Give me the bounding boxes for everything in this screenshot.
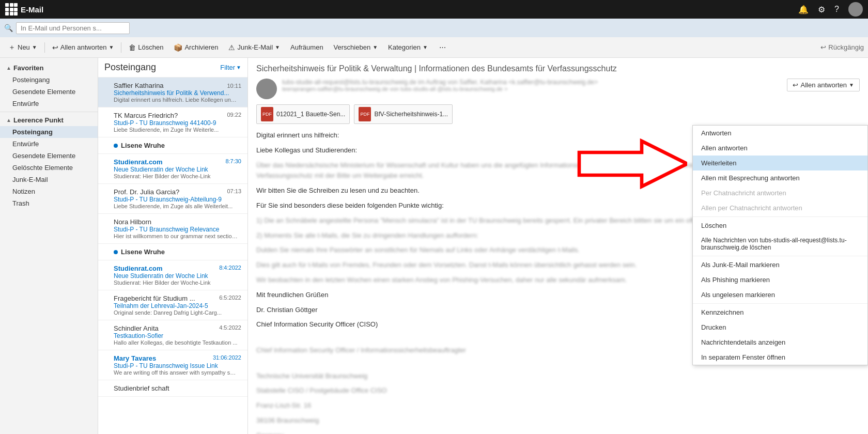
waffle-icon[interactable] <box>5 3 18 16</box>
email-sender-10: Mary Tavares <box>114 354 156 362</box>
context-menu-forward[interactable]: Weiterleiten <box>693 156 867 171</box>
more-button[interactable]: ··· <box>435 41 450 54</box>
reply-all-reading-icon: ↩ <box>793 81 798 89</box>
separator-1 <box>44 42 45 53</box>
email-subject-9: Testkaution-Sofier <box>114 332 238 339</box>
app-title: E-Mail <box>21 5 798 14</box>
filter-button[interactable]: Filter ▼ <box>220 64 241 71</box>
search-icon: 🔍 <box>4 24 13 32</box>
sidebar-item-sent[interactable]: Gesendete Elemente <box>0 150 98 162</box>
sender-avatar <box>256 79 277 99</box>
email-item-5[interactable]: Nora Hilborn Studi-P - TU Braunschweig R… <box>98 214 247 244</box>
context-menu-reply-all-chat[interactable]: Allen per Chatnachricht antworten <box>693 200 867 215</box>
sidebar-item-favorites-inbox[interactable]: Posteingang <box>0 74 98 86</box>
pdf-icon-0: PDF <box>261 107 273 121</box>
email-list: Posteingang Filter ▼ Saffier Katharina 1… <box>98 58 248 434</box>
email-item-3[interactable]: Studienrat.com 8:7:30 Neue Studienratin … <box>98 154 247 184</box>
cleanup-button[interactable]: Aufräumen <box>286 41 328 53</box>
reading-pane-header: Sicherheitshinweis für Politik & Verwalt… <box>256 64 860 73</box>
sidebar-divider-1 <box>0 112 98 112</box>
new-dropdown-icon[interactable]: ▼ <box>32 44 37 50</box>
sidebar-item-favorites-drafts[interactable]: Entwürfe <box>0 98 98 110</box>
email-item-7[interactable]: Studienrat.com 8:4:2022 Neue Studienrati… <box>98 260 247 290</box>
body-line-16: 38106 Braunschweig <box>256 415 860 426</box>
sidebar-item-junk[interactable]: Junk-E-Mail <box>0 174 98 185</box>
context-menu-divider-1 <box>693 216 867 217</box>
email-item-4[interactable]: Prof. Dr. Julia Garcia? 07:13 Studi-P - … <box>98 184 247 214</box>
context-menu-delete[interactable]: Löschen <box>693 218 867 233</box>
junk-dropdown-icon[interactable]: ▼ <box>275 44 280 50</box>
archive-button[interactable]: 📦 Archivieren <box>169 41 222 54</box>
account-section[interactable]: ▲ Leerence Punkt <box>0 114 98 126</box>
email-item-11[interactable]: Studienbrief schaft <box>98 380 247 397</box>
chevron-up-icon: ▲ <box>6 65 11 71</box>
email-preview-3: Studienrat: Hier Bilder der Woche-Link <box>114 173 238 179</box>
context-menu-reply[interactable]: Antworten <box>693 126 867 141</box>
new-button[interactable]: ＋ Neu ▼ <box>4 41 41 54</box>
reply-all-button[interactable]: ↩ Allen antworten ▼ <box>48 41 118 54</box>
sidebar-item-inbox[interactable]: Posteingang <box>0 126 98 138</box>
sender-details: tubs-studie-all-request@lists.tu-braunsc… <box>282 79 782 92</box>
context-menu-flag[interactable]: Kennzeichnen <box>693 305 867 320</box>
move-dropdown-icon[interactable]: ▼ <box>373 44 378 50</box>
email-item-8[interactable]: Fragebericht für Studium ... 6:5:2022 Te… <box>98 290 247 320</box>
sidebar-item-drafts[interactable]: Entwürfe <box>0 138 98 150</box>
email-subject-4: Studi-P - TU Braunschweig-Abteilung-9 <box>114 196 238 203</box>
context-menu-mark-junk[interactable]: Als Junk-E-Mail markieren <box>693 257 867 272</box>
email-subject-main: Sicherheitshinweis für Politik & Verwalt… <box>256 64 709 73</box>
context-menu-reply-all[interactable]: Allen antworten <box>693 141 867 156</box>
attachments: PDF 012021_1 Bauette-Sen... PDF BfV-Sich… <box>256 104 860 124</box>
email-item-9[interactable]: Schindler Anita 4:5:2022 Testkaution-Sof… <box>98 320 247 350</box>
unread-indicator-6 <box>114 250 118 254</box>
context-menu: Antworten Allen antworten Weiterleiten A… <box>692 125 868 365</box>
context-menu-delete-all-from-sender[interactable]: Alle Nachrichten von tubs-studis-all-req… <box>693 233 867 255</box>
sidebar-item-deleted[interactable]: Gelöschte Elemente <box>0 162 98 174</box>
email-time-10: 31:06:2022 <box>213 354 241 362</box>
bell-icon[interactable]: 🔔 <box>798 5 809 14</box>
pdf-icon-1: PDF <box>359 107 371 121</box>
move-button[interactable]: Verschieben ▼ <box>330 41 382 53</box>
reply-all-reading-button[interactable]: ↩ Allen antworten ▼ <box>787 79 860 91</box>
reading-pane: Sicherheitshinweis für Politik & Verwalt… <box>248 58 868 434</box>
categories-dropdown-icon[interactable]: ▼ <box>423 44 428 50</box>
attachment-0[interactable]: PDF 012021_1 Bauette-Sen... <box>256 104 350 124</box>
categories-button[interactable]: Kategorien ▼ <box>384 41 432 53</box>
favorites-section[interactable]: ▲ Favoriten <box>0 62 98 74</box>
waffle-menu[interactable] <box>5 3 21 16</box>
separator-2 <box>121 42 121 53</box>
context-menu-divider-2 <box>693 256 867 256</box>
attachment-1[interactable]: PDF BfV-Sicherheitshinweis-1... <box>354 104 453 124</box>
context-menu-reply-chat[interactable]: Per Chatnachricht antworten <box>693 185 867 200</box>
context-menu-show-details[interactable]: Nachrichtendetails anzeigen <box>693 335 867 350</box>
context-menu-mark-phishing[interactable]: Als Phishing markieren <box>693 272 867 287</box>
help-icon[interactable]: ? <box>834 5 839 14</box>
reply-all-reading-dropdown-icon[interactable]: ▼ <box>849 82 854 88</box>
context-menu-reply-all-meeting[interactable]: Allen mit Besprechung antworten <box>693 171 867 185</box>
undo-button[interactable]: ↩ Rückgängig <box>820 43 864 51</box>
top-bar: E-Mail 🔔 ⚙ ? <box>0 0 868 19</box>
gear-icon[interactable]: ⚙ <box>818 5 825 14</box>
reply-all-dropdown-icon[interactable]: ▼ <box>109 44 114 50</box>
email-item-6[interactable]: Lisene Wruhe <box>98 244 247 260</box>
search-input[interactable] <box>16 22 130 34</box>
sender-name-line: tubs-studie-all-request@lists.tu-braunsc… <box>282 79 782 86</box>
body-line-13: Technische Universität Braunschweig <box>256 371 860 382</box>
avatar[interactable] <box>848 2 863 17</box>
sidebar-item-notes[interactable]: Notizen <box>0 185 98 197</box>
email-item-2[interactable]: Lisene Wruhe <box>98 137 247 154</box>
context-menu-open-new-window[interactable]: In separatem Fenster öffnen <box>693 350 867 365</box>
context-menu-mark-unread[interactable]: Als ungelesen markieren <box>693 287 867 302</box>
sidebar: ▲ Favoriten Posteingang Gesendete Elemen… <box>0 58 98 434</box>
delete-button[interactable]: 🗑 Löschen <box>125 41 167 54</box>
sidebar-item-trash[interactable]: Trash <box>0 197 98 209</box>
email-sender-7: Studienrat.com <box>114 265 163 272</box>
email-item-0[interactable]: Saffier Katharina 10:11 Sicherheitshinwe… <box>98 78 247 107</box>
sidebar-item-favorites-sent[interactable]: Gesendete Elemente <box>0 86 98 98</box>
search-bar: 🔍 <box>0 19 868 37</box>
junk-button[interactable]: ⚠ Junk-E-Mail ▼ <box>224 41 284 54</box>
context-menu-divider-3 <box>693 303 867 304</box>
context-menu-print[interactable]: Drucken <box>693 320 867 335</box>
top-bar-icons: 🔔 ⚙ ? <box>798 2 863 17</box>
email-item-10[interactable]: Mary Tavares 31:06:2022 Studi-P - TU Bra… <box>98 350 247 380</box>
email-item-1[interactable]: TK Marcus Friedrich? 09:22 Studi-P - TU … <box>98 107 247 137</box>
